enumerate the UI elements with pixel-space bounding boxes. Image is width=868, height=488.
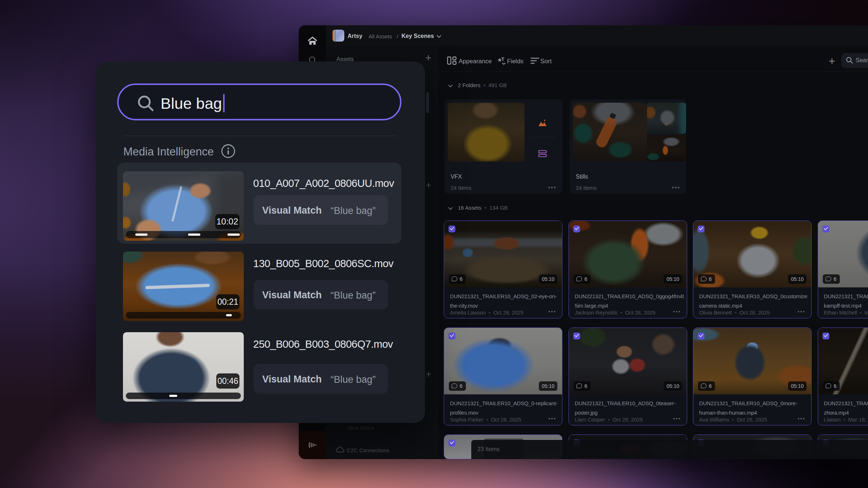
svg-text:T: T [501,56,505,62]
